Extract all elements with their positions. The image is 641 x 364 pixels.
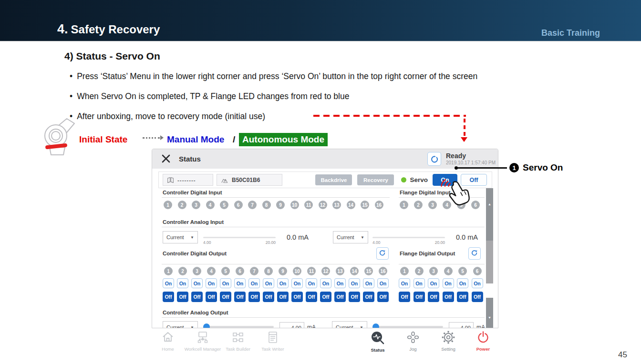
digital-output-on-button[interactable]: On <box>220 278 231 288</box>
analog-output-type-select-1[interactable]: Current ▼ <box>163 321 198 328</box>
controller-output-refresh-button[interactable] <box>376 247 389 260</box>
digital-input-channel: 3 <box>192 201 200 209</box>
digital-output-on-button[interactable]: On <box>177 278 188 288</box>
robot-state-timestamp: 2019.10.17 1:57:40 PM <box>446 160 496 165</box>
recovery-button[interactable]: Recovery <box>357 174 394 185</box>
digital-output-off-button[interactable]: Off <box>377 292 389 302</box>
digital-output-off-button[interactable]: Off <box>363 292 374 302</box>
digital-output-off-button[interactable]: Off <box>320 292 331 302</box>
callout-line <box>456 167 507 169</box>
nav-item-task-writer[interactable]: Task Writer <box>250 331 296 352</box>
digital-input-channel: 10 <box>290 201 299 209</box>
flange-output-refresh-button[interactable] <box>468 247 481 260</box>
digital-output-column: 4 On Off <box>206 267 217 302</box>
digital-output-channel: 1 <box>164 267 173 275</box>
workcell-select-field[interactable]: -------- <box>163 174 213 186</box>
digital-output-on-button[interactable]: On <box>306 278 317 288</box>
digital-output-off-button[interactable]: Off <box>291 292 303 302</box>
digital-output-off-button[interactable]: Off <box>334 292 346 302</box>
close-icon[interactable] <box>162 154 170 163</box>
digital-output-on-button[interactable]: On <box>263 278 274 288</box>
scroll-up-icon[interactable]: ▲ <box>486 202 493 206</box>
analog-input-slider-2[interactable] <box>372 237 445 238</box>
digital-output-on-button[interactable]: On <box>334 278 346 288</box>
tap-hand-icon <box>440 179 470 213</box>
digital-output-off-button[interactable]: Off <box>306 292 317 302</box>
analog-input-type-select-1[interactable]: Current ▼ <box>163 231 198 243</box>
digital-output-column: 16 On Off <box>377 267 389 302</box>
analog-input-min-1: 4.00 <box>203 240 211 245</box>
digital-output-on-button[interactable]: On <box>472 278 483 288</box>
digital-output-off-button[interactable]: Off <box>263 292 274 302</box>
digital-output-off-button[interactable]: Off <box>428 292 439 302</box>
chevron-down-icon: ▼ <box>190 325 194 329</box>
digital-output-on-button[interactable]: On <box>277 278 289 288</box>
digital-output-on-button[interactable]: On <box>163 278 174 288</box>
digital-input-channel: 1 <box>164 201 172 209</box>
digital-input-channel: 13 <box>332 201 341 209</box>
analog-input-slider-1[interactable] <box>203 237 276 238</box>
analog-output-value-input-1[interactable] <box>279 322 304 328</box>
digital-output-on-button[interactable]: On <box>248 278 260 288</box>
digital-input-channel: 4 <box>206 201 215 209</box>
scroll-down-icon[interactable]: ▼ <box>486 316 493 319</box>
digital-output-off-button[interactable]: Off <box>414 292 425 302</box>
digital-output-off-button[interactable]: Off <box>177 292 188 302</box>
analog-output-slider-2[interactable] <box>372 326 443 328</box>
digital-output-off-button[interactable]: Off <box>206 292 217 302</box>
digital-output-on-button[interactable]: On <box>291 278 303 288</box>
digital-output-off-button[interactable]: Off <box>234 292 246 302</box>
digital-input-channel: 5 <box>220 201 228 209</box>
analog-output-slider-knob-1[interactable] <box>203 324 210 328</box>
backdrive-button[interactable]: Backdrive <box>315 174 352 185</box>
digital-input-channel: 11 <box>304 201 313 209</box>
controller-analog-output-label: Controller Analog Output <box>163 310 228 315</box>
bullet-marker: • <box>70 91 72 101</box>
digital-output-off-button[interactable]: Off <box>163 292 174 302</box>
analog-output-type-select-2[interactable]: Current ▼ <box>332 321 367 328</box>
nav-item-power[interactable]: Power <box>460 331 506 352</box>
digital-output-on-button[interactable]: On <box>206 278 217 288</box>
digital-output-off-button[interactable]: Off <box>191 292 203 302</box>
digital-output-column: 6 On Off <box>234 267 246 302</box>
flange-digital-output-columns: 1 On Off 2 On Off 3 On Off 4 On Off 5 <box>399 267 483 302</box>
analog-output-slider-knob-2[interactable] <box>372 324 379 328</box>
digital-output-on-button[interactable]: On <box>363 278 374 288</box>
digital-output-channel: 1 <box>400 267 409 275</box>
digital-output-off-button[interactable]: Off <box>220 292 231 302</box>
robot-serial-field[interactable]: B50C01B6 <box>217 174 282 186</box>
analog-output-slider-1[interactable] <box>203 326 274 328</box>
digital-output-on-button[interactable]: On <box>428 278 439 288</box>
jog-icon <box>406 331 420 344</box>
analog-output-value-input-2[interactable] <box>449 322 474 328</box>
analog-input-value-1: 0.0 mA <box>287 233 309 241</box>
digital-output-on-button[interactable]: On <box>414 278 425 288</box>
robot-serial-value: B50C01B6 <box>232 177 260 183</box>
digital-output-on-button[interactable]: On <box>349 278 360 288</box>
panel-scrollbar[interactable]: ▲ ▼ <box>486 188 493 328</box>
digital-output-column: 10 On Off <box>291 267 303 302</box>
task-builder-icon <box>231 331 245 344</box>
analog-input-max-2: 20.00 <box>424 240 445 245</box>
digital-input-channel: 12 <box>319 201 327 209</box>
analog-input-type-select-2[interactable]: Current ▼ <box>333 231 368 243</box>
digital-output-off-button[interactable]: Off <box>248 292 260 302</box>
digital-output-on-button[interactable]: On <box>457 278 468 288</box>
digital-output-off-button[interactable]: Off <box>472 292 483 302</box>
digital-output-off-button[interactable]: Off <box>399 292 410 302</box>
digital-output-off-button[interactable]: Off <box>349 292 360 302</box>
digital-output-column: 5 On Off <box>220 267 231 302</box>
digital-output-on-button[interactable]: On <box>234 278 246 288</box>
digital-output-off-button[interactable]: Off <box>277 292 289 302</box>
digital-output-on-button[interactable]: On <box>443 278 454 288</box>
digital-output-column: 12 On Off <box>320 267 331 302</box>
digital-output-on-button[interactable]: On <box>399 278 410 288</box>
digital-output-off-button[interactable]: Off <box>457 292 468 302</box>
robot-state-button[interactable] <box>427 152 441 166</box>
digital-output-channel: 15 <box>364 267 373 275</box>
digital-output-on-button[interactable]: On <box>377 278 389 288</box>
flow-initial-state: Initial State <box>79 134 127 145</box>
digital-output-on-button[interactable]: On <box>320 278 331 288</box>
digital-output-off-button[interactable]: Off <box>443 292 454 302</box>
digital-output-on-button[interactable]: On <box>191 278 203 288</box>
